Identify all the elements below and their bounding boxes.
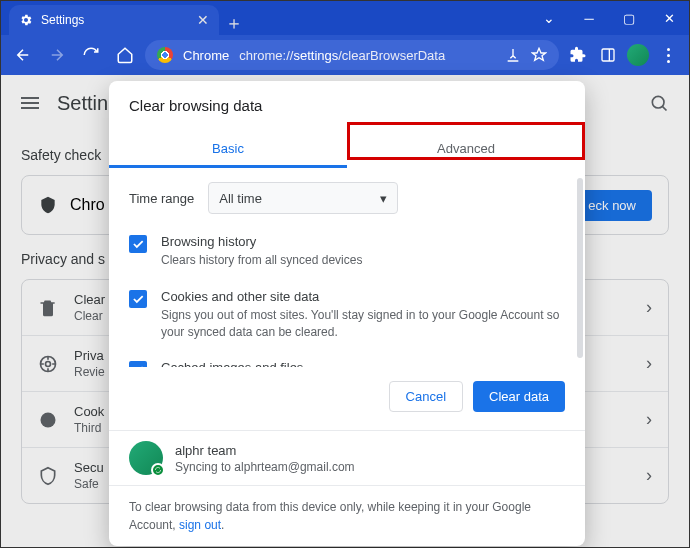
close-button[interactable]: ✕ xyxy=(649,1,689,35)
account-row: alphr team Syncing to alphrteam@gmail.co… xyxy=(109,430,585,486)
footer-note: To clear browsing data from this device … xyxy=(109,486,585,546)
checkbox-cached[interactable]: Cached images and files xyxy=(129,360,565,367)
reload-button[interactable] xyxy=(77,41,105,69)
browser-tab-settings[interactable]: Settings ✕ xyxy=(9,5,219,35)
tab-title: Settings xyxy=(41,13,84,27)
home-button[interactable] xyxy=(111,41,139,69)
star-icon[interactable] xyxy=(531,47,547,63)
dialog-title: Clear browsing data xyxy=(109,81,585,128)
tab-advanced[interactable]: Advanced xyxy=(347,128,585,168)
address-bar[interactable]: Chrome chrome://settings/clearBrowserDat… xyxy=(145,40,559,70)
forward-button[interactable] xyxy=(43,41,71,69)
clear-browsing-data-dialog: Clear browsing data Basic Advanced Time … xyxy=(109,81,585,546)
toolbar: Chrome chrome://settings/clearBrowserDat… xyxy=(1,35,689,75)
minimize-button[interactable]: ─ xyxy=(569,1,609,35)
back-button[interactable] xyxy=(9,41,37,69)
checkbox-cookies[interactable]: Cookies and other site data Signs you ou… xyxy=(129,289,565,341)
account-name: alphr team xyxy=(175,443,355,458)
titlebar: Settings ✕ ＋ ⌄ ─ ▢ ✕ xyxy=(1,1,689,35)
time-range-label: Time range xyxy=(129,191,194,206)
scrollbar[interactable] xyxy=(577,178,583,358)
tabs-dropdown-button[interactable]: ⌄ xyxy=(529,1,569,35)
profile-avatar[interactable] xyxy=(625,42,651,68)
menu-button[interactable] xyxy=(655,42,681,68)
window-controls: ⌄ ─ ▢ ✕ xyxy=(529,1,689,35)
tab-basic[interactable]: Basic xyxy=(109,128,347,168)
cancel-button[interactable]: Cancel xyxy=(389,381,463,412)
sync-badge-icon xyxy=(151,463,165,477)
checkbox-checked-icon xyxy=(129,290,147,308)
tab-close-icon[interactable]: ✕ xyxy=(197,12,209,28)
dialog-tabs: Basic Advanced xyxy=(109,128,585,168)
gear-icon xyxy=(19,13,33,27)
omnibox-url: chrome://settings/clearBrowserData xyxy=(239,48,495,63)
checkbox-checked-icon xyxy=(129,235,147,253)
omnibox-chrome-label: Chrome xyxy=(183,48,229,63)
checkbox-checked-icon xyxy=(129,361,147,367)
chrome-icon xyxy=(157,47,173,63)
account-avatar xyxy=(129,441,163,475)
panel-button[interactable] xyxy=(595,42,621,68)
maximize-button[interactable]: ▢ xyxy=(609,1,649,35)
share-icon[interactable] xyxy=(505,47,521,63)
svg-rect-0 xyxy=(602,49,614,61)
chevron-down-icon: ▾ xyxy=(380,191,387,206)
time-range-select[interactable]: All time ▾ xyxy=(208,182,398,214)
sign-out-link[interactable]: sign out xyxy=(179,518,221,532)
time-range-value: All time xyxy=(219,191,262,206)
extensions-button[interactable] xyxy=(565,42,591,68)
account-sub: Syncing to alphrteam@gmail.com xyxy=(175,460,355,474)
clear-data-button[interactable]: Clear data xyxy=(473,381,565,412)
new-tab-button[interactable]: ＋ xyxy=(219,11,249,35)
checkbox-browsing-history[interactable]: Browsing history Clears history from all… xyxy=(129,234,565,269)
